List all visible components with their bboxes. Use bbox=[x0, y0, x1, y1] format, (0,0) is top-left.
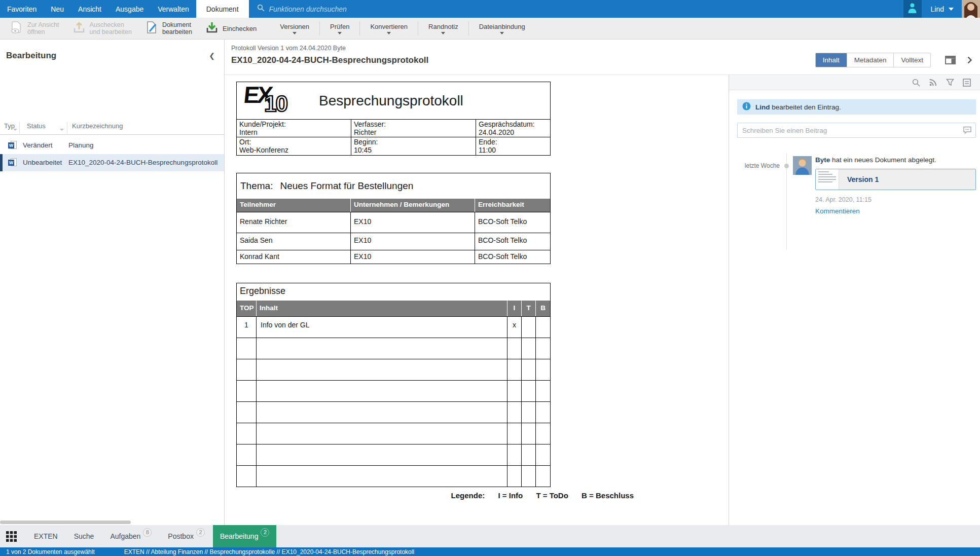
protocol-info-table: Kunde/Projekt:Intern Verfasser:Richter G… bbox=[236, 120, 551, 156]
menu-ansicht[interactable]: Ansicht bbox=[71, 0, 108, 18]
feed-user-avatar[interactable] bbox=[793, 156, 812, 175]
tab-postbox[interactable]: Postbox2 bbox=[160, 525, 213, 547]
tab-volltext[interactable]: Volltext bbox=[894, 53, 930, 67]
column-kurzbezeichnung[interactable]: Kurzbezeichnung bbox=[72, 122, 123, 130]
feed-subscribe-icon[interactable] bbox=[929, 78, 937, 87]
user-presence-button[interactable] bbox=[903, 0, 922, 18]
check-label: Prüfen bbox=[330, 23, 349, 30]
tab-aufgaben[interactable]: Aufgaben8 bbox=[102, 525, 160, 547]
ort-label: Ort: bbox=[239, 138, 348, 146]
checkin-label: Einchecken bbox=[223, 25, 257, 32]
menu-verwalten[interactable]: Verwalten bbox=[151, 0, 196, 18]
comment-input[interactable] bbox=[737, 123, 976, 138]
info-icon bbox=[742, 102, 751, 112]
tab-exten[interactable]: EXTEN bbox=[26, 525, 66, 547]
edit-document-button[interactable]: Dokument bearbeiten bbox=[145, 21, 192, 36]
participant-row: Konrad Kant EX10 BCO-Soft Telko bbox=[237, 250, 550, 264]
file-link-label: Dateianbindung bbox=[479, 23, 525, 30]
filter-caret-icon[interactable] bbox=[60, 129, 64, 131]
version-card[interactable]: Version 1 bbox=[815, 169, 976, 190]
task-list-panel: Bearbeitung ❮ Typ Status Kurzbezeichnung… bbox=[0, 40, 225, 525]
convert-dropdown[interactable]: Konvertieren bbox=[360, 23, 418, 34]
convert-label: Konvertieren bbox=[370, 23, 408, 30]
chevron-down-icon bbox=[293, 32, 297, 34]
document-preview: EX 10 Besprechungsprotokoll Kunde/Projek… bbox=[225, 75, 729, 525]
user-avatar[interactable] bbox=[962, 0, 980, 18]
notice-text: bearbeitet den Eintrag. bbox=[770, 103, 841, 111]
collapse-panel-icon[interactable]: ❮ bbox=[209, 52, 215, 60]
empty-result-row bbox=[237, 380, 550, 401]
layout-pane-icon[interactable] bbox=[945, 56, 956, 64]
open-in-viewer-button: Zur Ansicht öffnen bbox=[10, 21, 59, 36]
app-window: Favoriten Neu Ansicht Ausgabe Verwalten … bbox=[0, 0, 980, 556]
chevron-down-icon bbox=[500, 32, 504, 34]
ex10-logo: EX 10 bbox=[244, 84, 305, 118]
feed-entry-text: hat ein neues Dokument abgelegt. bbox=[830, 156, 936, 164]
thema-text: Neues Format für Bestellungen bbox=[280, 180, 413, 192]
speech-bubble-icon[interactable] bbox=[963, 126, 972, 136]
feed-entry-user: Byte bbox=[815, 156, 830, 164]
feed-entries-icon[interactable] bbox=[963, 79, 971, 87]
checkin-button[interactable]: Einchecken bbox=[205, 21, 257, 36]
notice-user: Lind bbox=[755, 103, 770, 111]
horizontal-scrollbar[interactable] bbox=[0, 521, 131, 524]
beginn-value: 10:45 bbox=[354, 146, 473, 154]
verfasser-label: Verfasser: bbox=[354, 120, 473, 128]
menu-favoriten[interactable]: Favoriten bbox=[0, 0, 44, 18]
chevron-down-icon bbox=[338, 32, 342, 34]
empty-result-row bbox=[237, 401, 550, 423]
open-in-viewer-label-2: öffnen bbox=[27, 28, 59, 35]
tab-badge: 2 bbox=[261, 528, 269, 537]
tab-badge: 2 bbox=[196, 528, 205, 537]
item-status: Verändert bbox=[23, 141, 53, 149]
feed-search-icon[interactable] bbox=[912, 79, 920, 87]
legend-info: I = Info bbox=[498, 491, 523, 500]
file-link-dropdown[interactable]: Dateianbindung bbox=[469, 23, 535, 34]
feed-timestamp: 24. Apr. 2020, 11:15 bbox=[815, 196, 976, 203]
chevron-right-icon[interactable] bbox=[967, 56, 972, 64]
column-status[interactable]: Status bbox=[27, 122, 46, 130]
feed-filter-icon[interactable] bbox=[946, 79, 954, 86]
list-item-besprechungsprotokoll[interactable]: W Unbearbeitet EX10_2020-04-24-BUCH-Besp… bbox=[0, 154, 224, 171]
tab-metadaten[interactable]: Metadaten bbox=[847, 53, 894, 67]
feed-panel: Lind bearbeitet den Eintrag. letzte Woch… bbox=[729, 75, 980, 525]
function-search-placeholder: Funktionen durchsuchen bbox=[269, 5, 347, 13]
list-column-headers: Typ Status Kurzbezeichnung bbox=[0, 121, 224, 135]
col-i: I bbox=[507, 301, 522, 316]
col-b: B bbox=[536, 301, 550, 316]
feed-time-group: letzte Woche bbox=[729, 162, 780, 169]
tab-suche[interactable]: Suche bbox=[66, 525, 102, 547]
tab-bearbeitung-active[interactable]: Bearbeitung2 bbox=[213, 525, 277, 547]
versions-dropdown[interactable]: Versionen bbox=[270, 23, 319, 34]
tile-menu-icon[interactable] bbox=[6, 531, 17, 542]
check-dropdown[interactable]: Prüfen bbox=[320, 23, 359, 34]
comment-link[interactable]: Kommentieren bbox=[815, 207, 976, 215]
status-bar: 1 von 2 Dokumenten ausgewählt EXTEN // A… bbox=[0, 547, 980, 556]
tab-inhalt[interactable]: Inhalt bbox=[816, 53, 847, 67]
verfasser-value: Richter bbox=[354, 128, 473, 136]
empty-result-row bbox=[237, 444, 550, 465]
document-eye-icon bbox=[10, 21, 23, 36]
menu-dokument-active[interactable]: Dokument bbox=[196, 0, 249, 18]
legend-label: Legende: bbox=[451, 491, 485, 500]
menubar: Favoriten Neu Ansicht Ausgabe Verwalten … bbox=[0, 0, 980, 18]
breadcrumb: EXTEN // Abteilung Finanzen // Besprechu… bbox=[124, 548, 414, 555]
col-top: TOP bbox=[237, 301, 257, 316]
user-menu[interactable]: Lind bbox=[922, 0, 962, 18]
column-divider bbox=[67, 122, 67, 134]
edit-notice-banner: Lind bearbeitet den Eintrag. bbox=[737, 99, 976, 115]
legend: Legende: I = Info T = ToDo B = Beschluss bbox=[236, 491, 634, 500]
filter-caret-icon[interactable] bbox=[13, 129, 17, 131]
tab-badge: 8 bbox=[143, 528, 152, 537]
open-in-viewer-label-1: Zur Ansicht bbox=[27, 21, 59, 28]
view-switcher: Inhalt Metadaten Volltext bbox=[815, 53, 931, 67]
menu-ausgabe[interactable]: Ausgabe bbox=[108, 0, 151, 18]
panel-title: Bearbeitung bbox=[6, 51, 56, 61]
checkout-edit-label-2: und bearbeiten bbox=[90, 28, 132, 35]
kunde-label: Kunde/Projekt: bbox=[239, 120, 348, 128]
list-item-planung[interactable]: W Verändert Planung bbox=[0, 137, 224, 154]
menu-neu[interactable]: Neu bbox=[44, 0, 71, 18]
function-search[interactable]: Funktionen durchsuchen bbox=[249, 0, 355, 18]
sidenote-dropdown[interactable]: Randnotiz bbox=[418, 23, 468, 34]
chevron-down-icon bbox=[949, 8, 954, 11]
